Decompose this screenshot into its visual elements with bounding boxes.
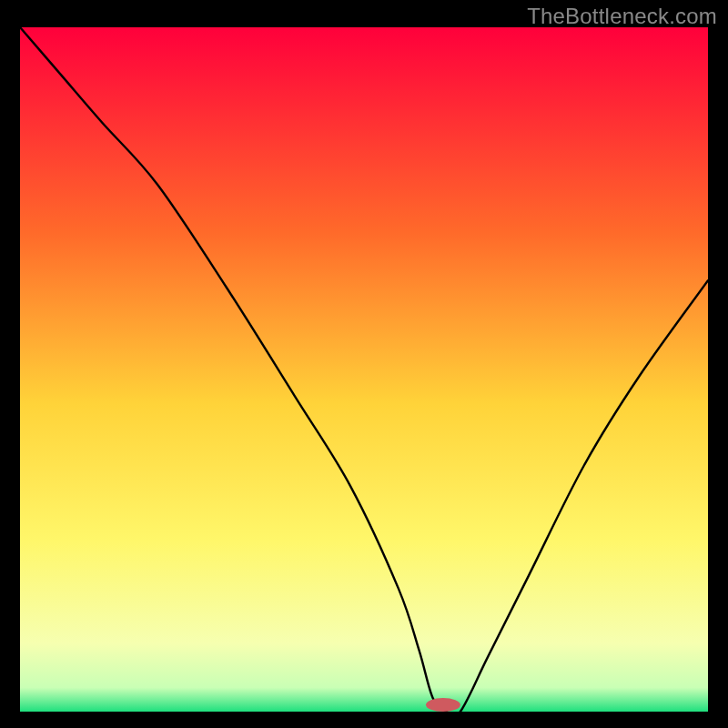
plot-area	[20, 27, 708, 712]
bottleneck-chart	[20, 27, 708, 712]
optimal-marker	[426, 698, 460, 712]
chart-frame: TheBottleneck.com	[0, 0, 728, 728]
gradient-background	[20, 27, 708, 712]
watermark-text: TheBottleneck.com	[527, 4, 717, 29]
